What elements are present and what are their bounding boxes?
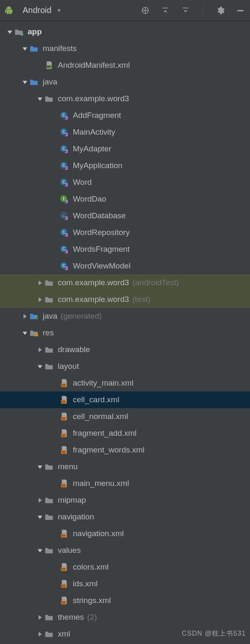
tree-item[interactable]: app — [0, 23, 250, 40]
tree-item[interactable]: <>strings.xml — [0, 592, 250, 609]
tree-item[interactable]: CWordDatabase — [0, 207, 250, 224]
tree-item[interactable]: CWordRepository — [0, 224, 250, 241]
chevron-right-icon[interactable] — [35, 348, 44, 352]
tree-item[interactable]: CWordsFragment — [0, 241, 250, 258]
tree-item[interactable]: <>cell_normal.xml — [0, 408, 250, 425]
svg-rect-7 — [237, 10, 244, 11]
chevron-down-icon[interactable] — [20, 80, 29, 84]
tree-item-label: WordRepository — [73, 228, 130, 237]
folder-gray-icon — [44, 345, 54, 354]
expand-all-icon[interactable] — [160, 5, 171, 16]
tree-item[interactable]: CAddFragment — [0, 107, 250, 124]
gear-icon[interactable] — [215, 5, 226, 16]
chevron-down-icon[interactable] — [20, 46, 29, 51]
tree-item[interactable]: <>navigation.xml — [0, 525, 250, 542]
folder-gen-icon — [29, 312, 39, 321]
tree-item[interactable]: <>main_menu.xml — [0, 475, 250, 492]
tree-item[interactable]: mipmap — [0, 492, 250, 509]
svg-text:C: C — [62, 263, 65, 268]
manifest-icon: MF — [44, 61, 54, 70]
tree-item[interactable]: drawable — [0, 341, 250, 358]
tree-item-label: java — [43, 77, 57, 87]
select-opened-file-icon[interactable] — [140, 5, 151, 16]
tree-item[interactable]: java — [0, 74, 250, 90]
tree-item[interactable]: IWordDao — [0, 191, 250, 207]
tree-item[interactable]: navigation — [0, 509, 250, 525]
chevron-down-icon[interactable] — [35, 364, 44, 369]
xml-layout-icon: <> — [59, 429, 69, 438]
xml-layout-icon: <> — [59, 445, 69, 455]
svg-text:C: C — [62, 247, 65, 251]
tree-item[interactable]: CWord — [0, 174, 250, 191]
tree-item[interactable]: <>colors.xml — [0, 559, 250, 575]
toolbar-actions — [140, 5, 246, 16]
folder-gray-icon — [44, 512, 54, 521]
project-tree[interactable]: appmanifestsMFAndroidManifest.xmljavacom… — [0, 21, 250, 642]
svg-text:MF: MF — [46, 65, 51, 69]
chevron-down-icon[interactable] — [35, 97, 44, 101]
svg-text:C: C — [62, 180, 65, 184]
chevron-down-icon[interactable] — [5, 30, 14, 34]
tree-item[interactable]: menu — [0, 458, 250, 475]
tree-item[interactable]: java(generated) — [0, 308, 250, 325]
tree-item[interactable]: CMainActivity — [0, 124, 250, 141]
chevron-down-icon[interactable] — [20, 331, 29, 335]
chevron-right-icon[interactable] — [35, 297, 44, 302]
kt-class-icon: C — [59, 111, 69, 120]
kt-class-icon: C — [59, 178, 69, 187]
tree-item[interactable]: res — [0, 325, 250, 341]
svg-text:C: C — [62, 146, 65, 151]
tree-item-label: layout — [58, 362, 79, 371]
folder-gray-icon — [44, 94, 54, 103]
folder-gray-icon — [44, 278, 54, 287]
tree-item[interactable]: <>cell_card.xml — [0, 391, 250, 408]
folder-gray-icon — [44, 546, 54, 555]
hide-icon[interactable] — [235, 5, 246, 16]
svg-text:<>: <> — [62, 534, 65, 537]
collapse-all-icon[interactable] — [180, 5, 191, 16]
chevron-right-icon[interactable] — [35, 632, 44, 636]
view-selector-label: Android — [23, 5, 52, 15]
tree-item[interactable]: layout — [0, 358, 250, 375]
svg-rect-33 — [35, 333, 38, 334]
android-icon — [4, 6, 13, 15]
tree-item[interactable]: <>ids.xml — [0, 575, 250, 592]
tree-item[interactable]: com.example.word3(androidTest) — [0, 274, 250, 291]
tree-item[interactable]: com.example.word3(test) — [0, 291, 250, 308]
chevron-down-icon[interactable] — [35, 465, 44, 469]
tree-item-label: navigation.xml — [73, 529, 124, 538]
kt-class-icon: C — [59, 161, 69, 170]
tree-item[interactable]: com.example.word3 — [0, 90, 250, 107]
tree-item[interactable]: CMyApplication — [0, 157, 250, 174]
svg-text:<>: <> — [62, 433, 65, 437]
folder-gray-icon — [44, 295, 54, 304]
xml-layout-icon: <> — [59, 596, 69, 605]
svg-text:<>: <> — [62, 400, 65, 404]
tree-item[interactable]: <>activity_main.xml — [0, 375, 250, 391]
tree-item[interactable]: values — [0, 542, 250, 559]
tree-item[interactable]: manifests — [0, 40, 250, 57]
folder-gray-icon — [44, 362, 54, 371]
xml-layout-icon: <> — [59, 579, 69, 588]
tree-item-label: MyAdapter — [73, 144, 111, 153]
tree-item[interactable]: MFAndroidManifest.xml — [0, 57, 250, 74]
xml-layout-icon: <> — [59, 412, 69, 421]
view-selector[interactable]: Android ▼ — [4, 5, 62, 15]
chevron-right-icon[interactable] — [20, 314, 29, 319]
svg-text:C: C — [62, 113, 65, 118]
tree-item[interactable]: CWordViewModel — [0, 258, 250, 274]
tree-item[interactable]: <>fragment_words.xml — [0, 442, 250, 458]
svg-text:C: C — [62, 214, 65, 218]
chevron-down-icon[interactable] — [35, 515, 44, 519]
chevron-right-icon[interactable] — [35, 615, 44, 620]
svg-rect-35 — [35, 335, 38, 337]
tree-item[interactable]: CMyAdapter — [0, 141, 250, 157]
tree-item[interactable]: <>fragment_add.xml — [0, 425, 250, 442]
tree-item-label: ids.xml — [73, 579, 98, 588]
chevron-right-icon[interactable] — [35, 281, 44, 285]
xml-layout-icon: <> — [59, 378, 69, 388]
chevron-down-icon[interactable] — [35, 548, 44, 553]
chevron-right-icon[interactable] — [35, 498, 44, 503]
tree-item[interactable]: themes(2) — [0, 609, 250, 626]
tree-item-label: drawable — [58, 345, 90, 354]
